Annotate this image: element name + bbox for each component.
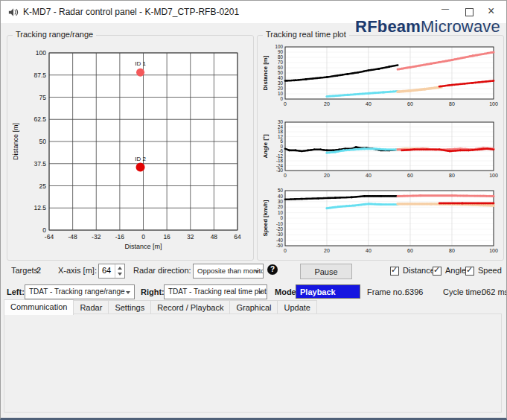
svg-text:0: 0 [284, 248, 287, 253]
left-plot-dropdown[interactable]: TDAT - Tracking range/range [25, 284, 135, 299]
svg-text:-48: -48 [68, 233, 77, 241]
radar-direction-label: Radar direction: [133, 266, 191, 275]
svg-text:80: 80 [449, 101, 455, 106]
tab-update[interactable]: Update [277, 300, 316, 314]
svg-text:50: 50 [278, 188, 284, 193]
tab-graphical[interactable]: Graphical [229, 300, 278, 314]
svg-text:-32: -32 [92, 233, 101, 241]
tab-record-playback[interactable]: Record / Playback [150, 300, 230, 314]
realtime-plots: 0102030405060708090100020406080100Distan… [258, 41, 501, 257]
pause-label: Pause [314, 267, 337, 276]
svg-text:-18: -18 [276, 158, 284, 163]
svg-text:ID 2: ID 2 [135, 156, 146, 162]
svg-text:30: 30 [278, 119, 284, 124]
distance-checkbox-label[interactable]: Distance [403, 266, 435, 275]
svg-text:20: 20 [278, 204, 284, 209]
svg-text:32: 32 [187, 233, 194, 241]
svg-text:Angle [°]: Angle [°] [262, 134, 269, 159]
tracking-range-title: Tracking range/range [13, 30, 96, 39]
svg-text:0: 0 [141, 233, 145, 241]
cycle-time-value: 062 ms [482, 287, 507, 296]
svg-text:60: 60 [407, 101, 413, 106]
tab-communication[interactable]: Communication [4, 299, 74, 315]
svg-text:90: 90 [278, 49, 284, 54]
svg-text:100: 100 [275, 44, 283, 49]
tab-bar: Communication Radar Settings Record / Pl… [4, 300, 316, 314]
svg-text:6: 6 [280, 139, 283, 144]
mode-value: Playback [300, 287, 336, 296]
svg-text:-30: -30 [276, 168, 284, 173]
svg-text:87.5: 87.5 [34, 71, 46, 79]
xaxis-spinner[interactable]: 64 [98, 264, 125, 279]
svg-text:Speed [km/h]: Speed [km/h] [262, 200, 269, 236]
help-icon[interactable] [267, 264, 278, 275]
targets-value: 2 [36, 266, 41, 275]
xaxis-value[interactable]: 64 [99, 266, 114, 275]
left-selector-label: Left: [7, 287, 25, 296]
svg-text:-16: -16 [115, 233, 125, 241]
left-plot-dropdown-value: TDAT - Tracking range/range [29, 287, 125, 296]
svg-text:20: 20 [324, 101, 330, 106]
cycle-time-label: Cycle time: [443, 287, 483, 296]
svg-text:30: 30 [278, 80, 284, 86]
svg-text:100: 100 [489, 101, 498, 106]
svg-text:-12: -12 [276, 153, 284, 159]
mode-field[interactable]: Playback [296, 284, 360, 299]
svg-text:12: 12 [278, 134, 284, 139]
speed-checkbox-label[interactable]: Speed [478, 266, 502, 275]
tab-settings[interactable]: Settings [108, 300, 151, 314]
svg-text:60: 60 [407, 173, 413, 178]
xaxis-label: X-axis [m]: [58, 266, 97, 275]
speed-checkbox[interactable] [465, 267, 474, 276]
angle-checkbox-label[interactable]: Angle [445, 266, 466, 275]
svg-text:100: 100 [36, 49, 46, 57]
svg-text:20: 20 [278, 86, 284, 91]
svg-text:40: 40 [278, 75, 284, 80]
svg-text:60: 60 [278, 65, 284, 70]
svg-text:40: 40 [366, 248, 372, 253]
svg-text:40: 40 [366, 173, 372, 178]
right-plot-dropdown-value: TDAT - Tracking real time plot [168, 287, 267, 296]
svg-text:-20: -20 [276, 226, 284, 232]
svg-text:37.5: 37.5 [34, 160, 46, 168]
communication-tab-panel [4, 314, 502, 413]
svg-text:0: 0 [284, 173, 287, 178]
pause-button[interactable]: Pause [300, 264, 352, 279]
svg-text:50: 50 [39, 138, 47, 145]
right-plot-dropdown[interactable]: TDAT - Tracking real time plot [164, 284, 267, 299]
svg-text:Distance [m]: Distance [m] [262, 55, 269, 90]
distance-checkbox[interactable] [390, 267, 399, 276]
svg-text:ID 1: ID 1 [135, 60, 146, 67]
svg-text:25: 25 [39, 182, 47, 190]
svg-text:12.5: 12.5 [34, 204, 46, 211]
angle-checkbox[interactable] [433, 267, 441, 276]
svg-text:18: 18 [278, 129, 284, 134]
app-icon [7, 7, 19, 18]
svg-text:20: 20 [324, 173, 330, 178]
svg-text:70: 70 [278, 60, 284, 65]
svg-text:64: 64 [234, 233, 241, 241]
svg-text:-10: -10 [276, 221, 284, 226]
svg-text:-30: -30 [276, 232, 284, 237]
svg-text:80: 80 [449, 173, 455, 178]
svg-text:16: 16 [163, 233, 170, 241]
spinner-up-icon[interactable] [118, 267, 122, 270]
svg-text:Distance [m]: Distance [m] [12, 123, 19, 160]
svg-text:-50: -50 [276, 243, 284, 248]
tab-radar[interactable]: Radar [73, 300, 109, 314]
svg-text:40: 40 [278, 194, 284, 199]
spinner-down-icon[interactable] [118, 273, 122, 276]
svg-text:62.5: 62.5 [34, 115, 46, 123]
svg-text:60: 60 [407, 248, 413, 253]
spinner-arrows[interactable] [115, 264, 124, 278]
logo-bold: RFbeam [355, 17, 421, 36]
realtime-title: Tracking real time plot [263, 30, 349, 39]
svg-text:-64: -64 [45, 233, 54, 241]
radar-direction-dropdown[interactable]: Opposite than monito [193, 264, 264, 279]
svg-text:20: 20 [324, 248, 330, 253]
radar-direction-value: Opposite than monito [197, 267, 264, 275]
svg-text:100: 100 [489, 248, 498, 253]
right-selector-label: Right: [141, 287, 165, 296]
svg-text:80: 80 [449, 248, 455, 253]
tracking-range-plot: -64-48-32-16016324864012.52537.55062.575… [8, 41, 249, 257]
